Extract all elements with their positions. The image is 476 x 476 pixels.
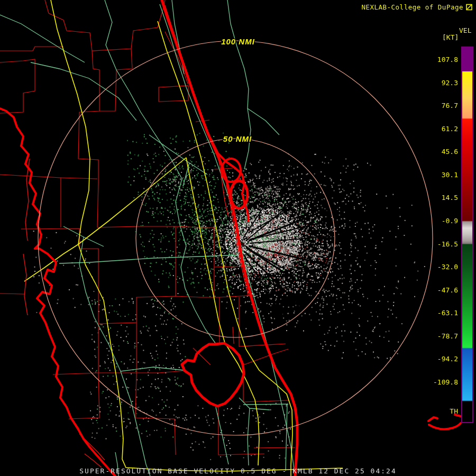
ring-label-100nmi: 100 NMI xyxy=(221,37,255,46)
coastline-west xyxy=(0,108,115,476)
cod-logo-icon xyxy=(466,4,472,11)
range-ring-100nmi xyxy=(38,41,433,435)
coastline-east xyxy=(162,0,297,476)
colorbar-tick-label: -63.1 xyxy=(424,309,458,317)
colorbar-unit: [KT] xyxy=(442,33,459,41)
colorbar xyxy=(461,47,473,423)
ring-label-50nmi: 50 NMI xyxy=(223,134,252,143)
colorbar-title: VEL xyxy=(459,26,471,34)
range-rings: 100 NMI 50 NMI xyxy=(38,37,433,435)
secondary-roads xyxy=(0,0,295,476)
radar-screen: { "header": { "title": "NEXLAB-College o… xyxy=(0,0,476,476)
colorbar-tick-label: -47.6 xyxy=(424,286,458,295)
colorbar-tick-label: 14.5 xyxy=(424,194,458,202)
colorbar-tick-label: 61.2 xyxy=(424,125,458,133)
colorbar-tick-label: -32.0 xyxy=(424,263,458,271)
colorbar-tick-label: 76.7 xyxy=(424,102,458,110)
colorbar-tick-label: 107.8 xyxy=(424,56,458,64)
header: NEXLAB-College of DuPage xyxy=(361,3,472,11)
header-title: NEXLAB-College of DuPage xyxy=(361,3,463,11)
colorbar-tick-label: -78.7 xyxy=(424,332,458,341)
status-bar: SUPER-RESOLUTION BASE VELOCITY 0.5 DEG -… xyxy=(0,467,476,475)
coastlines xyxy=(0,0,461,476)
colorbar-tick-label: -16.5 xyxy=(424,240,458,249)
merritt-island-loop xyxy=(210,139,249,221)
colorbar-tick-label: -0.9 xyxy=(424,217,458,225)
lake-okeechobee xyxy=(182,343,244,406)
colorbar-tick-label: -109.8 xyxy=(424,378,458,387)
colorbar-tick-label: -94.2 xyxy=(424,355,458,363)
colorbar-threshold-label: TH xyxy=(424,407,458,415)
colorbar-tick-label: 45.6 xyxy=(424,148,458,156)
colorbar-tick-label: 30.1 xyxy=(424,171,458,179)
basemap: 100 NMI 50 NMI xyxy=(0,0,476,476)
banana-river-loop-south xyxy=(231,181,248,208)
county-lines xyxy=(0,0,295,455)
bahama-coastline xyxy=(428,415,461,429)
colorbar-tick-label: 92.3 xyxy=(424,79,458,87)
